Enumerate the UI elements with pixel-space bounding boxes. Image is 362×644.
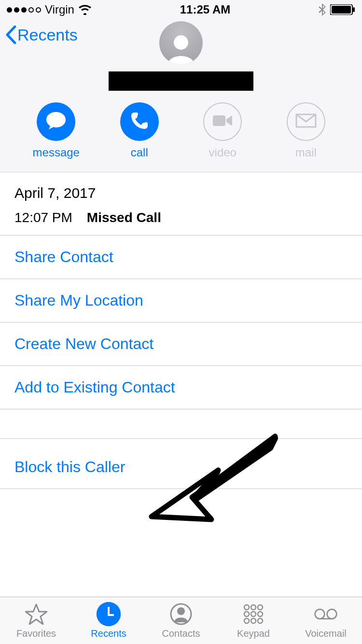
status-time: 11:25 AM (180, 3, 230, 16)
keypad-icon (241, 602, 265, 626)
tab-contacts-label: Contacts (162, 628, 200, 639)
tab-favorites-label: Favorites (16, 628, 56, 639)
svg-point-17 (315, 609, 325, 619)
svg-rect-4 (213, 115, 225, 126)
tab-recents[interactable]: Recents (75, 602, 142, 639)
svg-point-3 (174, 35, 188, 50)
tab-recents-label: Recents (91, 628, 126, 639)
svg-point-14 (244, 618, 249, 623)
contact-avatar (159, 21, 203, 65)
svg-point-12 (251, 612, 256, 616)
wifi-icon (78, 4, 92, 15)
carrier-label: Virgin (45, 3, 74, 16)
mail-button[interactable]: mail (275, 102, 337, 159)
tab-keypad-label: Keypad (237, 628, 270, 639)
svg-point-15 (251, 618, 256, 623)
star-icon (24, 602, 48, 626)
status-bar: Virgin 11:25 AM (0, 0, 362, 19)
call-button[interactable]: call (108, 102, 171, 159)
share-contact-button[interactable]: Share Contact (0, 236, 362, 279)
message-label: message (33, 146, 80, 159)
back-button[interactable]: Recents (4, 24, 78, 45)
call-log-type: Missed Call (87, 210, 161, 225)
block-caller-button[interactable]: Block this Caller (0, 438, 362, 489)
message-button[interactable]: message (25, 102, 87, 159)
create-new-contact-button[interactable]: Create New Contact (0, 322, 362, 366)
signal-strength-icon (7, 7, 41, 13)
svg-point-11 (244, 612, 249, 616)
svg-point-10 (258, 605, 263, 610)
speech-bubble-icon (45, 111, 67, 132)
tab-voicemail[interactable]: Voicemail (292, 602, 360, 639)
svg-point-9 (251, 605, 256, 610)
call-log-time: 12:07 PM (14, 210, 72, 225)
svg-point-18 (327, 609, 337, 619)
video-label: video (209, 146, 237, 159)
call-log-section: April 7, 2017 12:07 PM Missed Call (0, 172, 362, 236)
tab-bar: Favorites Recents Contacts (0, 597, 362, 644)
tab-contacts[interactable]: Contacts (147, 602, 215, 639)
tab-favorites[interactable]: Favorites (2, 602, 70, 639)
call-log-date: April 7, 2017 (14, 185, 348, 201)
mail-label: mail (295, 146, 317, 159)
video-icon (212, 113, 233, 130)
battery-icon (330, 4, 355, 15)
tab-keypad[interactable]: Keypad (220, 602, 287, 639)
svg-point-13 (258, 612, 263, 616)
chevron-left-icon (4, 24, 17, 45)
video-button[interactable]: video (191, 102, 254, 159)
svg-rect-1 (332, 6, 351, 14)
phone-icon (130, 111, 149, 132)
tab-voicemail-label: Voicemail (305, 628, 347, 639)
add-to-existing-contact-button[interactable]: Add to Existing Contact (0, 366, 362, 409)
svg-point-7 (177, 607, 185, 615)
contact-name-redacted (109, 71, 253, 91)
svg-point-16 (258, 618, 263, 623)
clock-icon (97, 602, 121, 626)
svg-point-8 (244, 605, 249, 610)
svg-rect-2 (353, 7, 355, 12)
bluetooth-icon (319, 3, 326, 16)
person-icon (169, 602, 193, 626)
voicemail-icon (314, 602, 338, 626)
contact-header: Recents message call (0, 19, 362, 172)
call-label: call (131, 146, 148, 159)
envelope-icon (295, 113, 317, 130)
share-location-button[interactable]: Share My Location (0, 279, 362, 322)
back-label: Recents (17, 26, 78, 44)
